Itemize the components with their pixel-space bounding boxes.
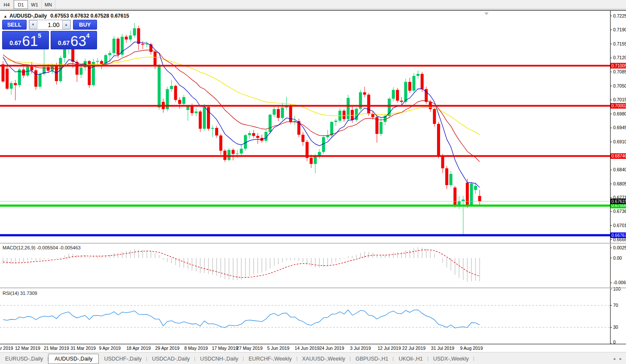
svg-text:18 Apr 2019: 18 Apr 2019	[126, 346, 151, 351]
svg-text:-0.00632: -0.00632	[613, 280, 626, 285]
svg-text:0: 0	[613, 340, 616, 345]
chart-area[interactable]: ▲AUDUSD-,Daily0.67553 0.67632 0.67528 0.…	[0, 10, 626, 352]
sell-price-main: 61	[22, 35, 38, 48]
volume-down-button[interactable]: ▼	[29, 20, 37, 29]
svg-text:30: 30	[613, 325, 618, 330]
svg-text:0.71005: 0.71005	[611, 64, 626, 68]
sell-price-pip: 5	[38, 32, 41, 39]
tab-scroll-right-icon[interactable]: ▸	[620, 356, 622, 361]
svg-text:12 Jul 2019: 12 Jul 2019	[377, 346, 401, 351]
svg-text:5 Jun 2019: 5 Jun 2019	[267, 346, 289, 351]
collapse-arrow-icon: ▲	[3, 14, 7, 18]
candlestick-chart-canvas[interactable]: 0.722500.719000.715500.712000.708500.705…	[0, 11, 626, 352]
buy-price-main: 63	[70, 35, 86, 48]
svg-text:0.67615: 0.67615	[611, 199, 626, 204]
svg-text:8 May 2019: 8 May 2019	[184, 346, 208, 351]
svg-text:0.69100: 0.69100	[613, 139, 626, 144]
volume-up-button[interactable]: ▲	[62, 20, 70, 29]
chart-ohlc-values: 0.67553 0.67632 0.67528 0.67615	[50, 13, 129, 19]
svg-text:0.68746: 0.68746	[611, 154, 626, 158]
chart-title: ▲AUDUSD-,Daily0.67553 0.67632 0.67528 0.…	[3, 13, 129, 19]
symbol-tab-bar: EURUSD-,Daily AUDUSD-,Daily USDCHF-,Dail…	[0, 352, 626, 364]
timeframe-toolbar: H4 D1 W1 MN	[0, 0, 626, 9]
buy-button[interactable]: BUY	[73, 20, 97, 30]
sell-price-prefix: 0.67	[9, 39, 21, 46]
tab-ukoil-h1[interactable]: UKOil-,H1	[393, 354, 428, 364]
tab-xauusd-weekly[interactable]: XAUUSD-,Weekly	[297, 354, 350, 364]
svg-text:17 May 2019: 17 May 2019	[212, 346, 238, 351]
svg-text:0.70850: 0.70850	[613, 69, 626, 74]
svg-text:0.70150: 0.70150	[613, 97, 626, 102]
sell-button[interactable]: SELL	[2, 20, 27, 30]
timeframe-button-mn[interactable]: MN	[42, 0, 55, 9]
tab-usdcnh-daily[interactable]: USDCNH-,Daily	[195, 354, 243, 364]
buy-price-pip: 4	[86, 32, 90, 39]
svg-text:0.69800: 0.69800	[613, 111, 626, 116]
svg-text:0.00: 0.00	[613, 255, 622, 261]
svg-text:22 Jul 2019: 22 Jul 2019	[402, 346, 425, 351]
svg-text:9 Aug 2019: 9 Aug 2019	[460, 346, 483, 351]
svg-text:14 Jun 2019: 14 Jun 2019	[295, 346, 319, 351]
sell-price-display[interactable]: 0.67615	[2, 31, 49, 49]
svg-text:27 May 2019: 27 May 2019	[237, 346, 263, 351]
svg-text:29 Apr 2019: 29 Apr 2019	[155, 346, 179, 351]
svg-text:31 Mar 2019: 31 Mar 2019	[70, 346, 96, 351]
svg-text:0.67010: 0.67010	[613, 223, 626, 228]
svg-text:31 Jul 2019: 31 Jul 2019	[431, 346, 454, 351]
svg-text:70: 70	[613, 303, 618, 308]
tab-usdx-weekly[interactable]: USDX-,Weekly	[428, 354, 474, 364]
svg-text:0.68050: 0.68050	[613, 181, 626, 186]
buy-price-display[interactable]: 0.67634	[51, 31, 97, 49]
svg-text:9 Apr 2019: 9 Apr 2019	[99, 346, 121, 351]
timeframe-button-w1[interactable]: W1	[28, 0, 42, 9]
svg-text:0.70500: 0.70500	[613, 83, 626, 88]
svg-text:0.71900: 0.71900	[613, 27, 626, 32]
svg-text:3 Jul 2019: 3 Jul 2019	[350, 346, 371, 351]
svg-text:0.69450: 0.69450	[613, 125, 626, 130]
volume-stepper: ▼ ▲	[29, 20, 71, 30]
buy-price-prefix: 0.67	[58, 39, 70, 46]
tab-gbpusd-h1[interactable]: GBPUSD-,H1	[350, 354, 393, 364]
svg-text:0.70002: 0.70002	[611, 103, 626, 108]
svg-text:0.002574: 0.002574	[613, 245, 626, 250]
svg-text:0.71550: 0.71550	[613, 41, 626, 46]
macd-indicator-label: MACD(12,26,9) -0.005504 -0.005463	[3, 245, 81, 250]
svg-text:0.72250: 0.72250	[613, 13, 626, 18]
svg-text:0.68400: 0.68400	[613, 167, 626, 172]
svg-text:0.71200: 0.71200	[613, 55, 626, 60]
tab-usdcad-daily[interactable]: USDCAD-,Daily	[147, 354, 195, 364]
timeframe-button-d1[interactable]: D1	[14, 0, 28, 9]
tab-eurchf-weekly[interactable]: EURCHF-,Weekly	[243, 354, 297, 364]
svg-text:0.67360: 0.67360	[613, 209, 626, 214]
svg-text:24 Jun 2019: 24 Jun 2019	[319, 346, 344, 351]
chart-symbol-label: AUDUSD-,Daily	[9, 13, 47, 19]
svg-text:12 Mar 2019: 12 Mar 2019	[15, 346, 40, 351]
svg-text:3 Mar 2019: 3 Mar 2019	[0, 346, 13, 351]
tab-usdchf-daily[interactable]: USDCHF-,Daily	[99, 354, 147, 364]
trading-platform-window: H4 D1 W1 MN ▲AUDUSD-,Daily0.67553 0.6763…	[0, 0, 626, 364]
svg-text:21 Mar 2019: 21 Mar 2019	[44, 346, 69, 351]
rsi-indicator-label: RSI(14) 31.7309	[3, 291, 37, 296]
volume-input[interactable]	[37, 20, 62, 29]
svg-text:0.66767: 0.66767	[611, 233, 626, 238]
one-click-trading-panel: SELL ▼ ▲ BUY 0.67615 0.67634	[2, 20, 97, 49]
tab-scroll-left-icon[interactable]: ◂	[613, 356, 615, 361]
timeframe-button-h4[interactable]: H4	[0, 0, 14, 9]
tab-audusd-daily[interactable]: AUDUSD-,Daily	[48, 354, 99, 364]
tab-eurusd-daily[interactable]: EURUSD-,Daily	[0, 354, 48, 364]
